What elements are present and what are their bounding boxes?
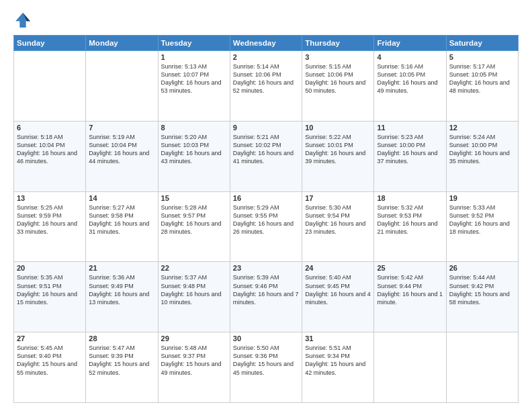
day-content: Sunrise: 5:19 AM Sunset: 10:04 PM Daylig… [89, 133, 154, 166]
day-content: Sunrise: 5:16 AM Sunset: 10:05 PM Daylig… [377, 62, 443, 95]
day-number: 9 [233, 124, 299, 132]
calendar-cell: 4Sunrise: 5:16 AM Sunset: 10:05 PM Dayli… [374, 51, 446, 122]
day-number: 14 [89, 194, 154, 202]
day-content: Sunrise: 5:44 AM Sunset: 9:42 PM Dayligh… [449, 273, 515, 306]
calendar-cell [446, 332, 518, 403]
calendar-cell [86, 51, 158, 122]
calendar-week-row: 13Sunrise: 5:25 AM Sunset: 9:59 PM Dayli… [14, 191, 519, 262]
calendar-header-row: SundayMondayTuesdayWednesdayThursdayFrid… [14, 36, 519, 51]
calendar-cell: 10Sunrise: 5:22 AM Sunset: 10:01 PM Dayl… [302, 121, 374, 191]
day-number: 30 [233, 334, 299, 342]
calendar-cell: 26Sunrise: 5:44 AM Sunset: 9:42 PM Dayli… [446, 262, 518, 332]
day-number: 7 [89, 124, 154, 132]
day-number: 16 [233, 194, 299, 202]
day-content: Sunrise: 5:22 AM Sunset: 10:01 PM Daylig… [305, 133, 371, 166]
day-number: 23 [233, 264, 299, 272]
day-content: Sunrise: 5:33 AM Sunset: 9:52 PM Dayligh… [449, 203, 515, 236]
day-number: 24 [305, 264, 371, 272]
calendar-cell: 20Sunrise: 5:35 AM Sunset: 9:51 PM Dayli… [14, 262, 86, 332]
day-number: 5 [449, 53, 515, 61]
day-number: 28 [89, 334, 154, 342]
day-content: Sunrise: 5:18 AM Sunset: 10:04 PM Daylig… [17, 133, 83, 166]
calendar-cell: 9Sunrise: 5:21 AM Sunset: 10:02 PM Dayli… [230, 121, 302, 191]
calendar-cell: 23Sunrise: 5:39 AM Sunset: 9:46 PM Dayli… [230, 262, 302, 332]
calendar-cell: 19Sunrise: 5:33 AM Sunset: 9:52 PM Dayli… [446, 191, 518, 262]
day-content: Sunrise: 5:47 AM Sunset: 9:39 PM Dayligh… [89, 344, 154, 377]
day-number: 13 [17, 194, 83, 202]
day-number: 11 [377, 124, 443, 132]
calendar-cell: 11Sunrise: 5:23 AM Sunset: 10:00 PM Dayl… [374, 121, 446, 191]
day-content: Sunrise: 5:21 AM Sunset: 10:02 PM Daylig… [233, 133, 299, 166]
day-content: Sunrise: 5:30 AM Sunset: 9:54 PM Dayligh… [305, 203, 371, 236]
header [13, 11, 519, 30]
day-content: Sunrise: 5:17 AM Sunset: 10:05 PM Daylig… [449, 62, 515, 95]
day-content: Sunrise: 5:48 AM Sunset: 9:37 PM Dayligh… [161, 344, 227, 377]
day-content: Sunrise: 5:40 AM Sunset: 9:45 PM Dayligh… [305, 273, 371, 306]
calendar-cell: 8Sunrise: 5:20 AM Sunset: 10:03 PM Dayli… [158, 121, 230, 191]
calendar-cell: 25Sunrise: 5:42 AM Sunset: 9:44 PM Dayli… [374, 262, 446, 332]
day-number: 21 [89, 264, 154, 272]
day-content: Sunrise: 5:42 AM Sunset: 9:44 PM Dayligh… [377, 273, 443, 306]
day-content: Sunrise: 5:24 AM Sunset: 10:00 PM Daylig… [449, 133, 515, 166]
day-number: 3 [305, 53, 371, 61]
calendar-cell: 22Sunrise: 5:37 AM Sunset: 9:48 PM Dayli… [158, 262, 230, 332]
day-header-monday: Monday [86, 36, 158, 51]
day-content: Sunrise: 5:32 AM Sunset: 9:53 PM Dayligh… [377, 203, 443, 236]
day-content: Sunrise: 5:20 AM Sunset: 10:03 PM Daylig… [161, 133, 227, 166]
day-content: Sunrise: 5:45 AM Sunset: 9:40 PM Dayligh… [17, 344, 83, 377]
day-content: Sunrise: 5:23 AM Sunset: 10:00 PM Daylig… [377, 133, 443, 166]
day-content: Sunrise: 5:28 AM Sunset: 9:57 PM Dayligh… [161, 203, 227, 236]
day-header-thursday: Thursday [302, 36, 374, 51]
calendar-week-row: 27Sunrise: 5:45 AM Sunset: 9:40 PM Dayli… [14, 332, 519, 403]
calendar-body: 1Sunrise: 5:13 AM Sunset: 10:07 PM Dayli… [14, 51, 519, 403]
day-header-saturday: Saturday [446, 36, 518, 51]
calendar-cell: 18Sunrise: 5:32 AM Sunset: 9:53 PM Dayli… [374, 191, 446, 262]
day-header-wednesday: Wednesday [230, 36, 302, 51]
day-number: 29 [161, 334, 227, 342]
day-number: 25 [377, 264, 443, 272]
calendar-cell: 27Sunrise: 5:45 AM Sunset: 9:40 PM Dayli… [14, 332, 86, 403]
calendar-cell [374, 332, 446, 403]
day-number: 12 [449, 124, 515, 132]
calendar-cell: 15Sunrise: 5:28 AM Sunset: 9:57 PM Dayli… [158, 191, 230, 262]
calendar-cell: 2Sunrise: 5:14 AM Sunset: 10:06 PM Dayli… [230, 51, 302, 122]
day-number: 22 [161, 264, 227, 272]
calendar-week-row: 6Sunrise: 5:18 AM Sunset: 10:04 PM Dayli… [14, 121, 519, 191]
day-number: 19 [449, 194, 515, 202]
logo [13, 11, 35, 30]
calendar-cell: 28Sunrise: 5:47 AM Sunset: 9:39 PM Dayli… [86, 332, 158, 403]
day-number: 26 [449, 264, 515, 272]
calendar-cell [14, 51, 86, 122]
day-content: Sunrise: 5:35 AM Sunset: 9:51 PM Dayligh… [17, 273, 83, 306]
day-number: 1 [161, 53, 227, 61]
calendar-cell: 5Sunrise: 5:17 AM Sunset: 10:05 PM Dayli… [446, 51, 518, 122]
calendar-cell: 1Sunrise: 5:13 AM Sunset: 10:07 PM Dayli… [158, 51, 230, 122]
calendar-cell: 30Sunrise: 5:50 AM Sunset: 9:36 PM Dayli… [230, 332, 302, 403]
calendar-cell: 21Sunrise: 5:36 AM Sunset: 9:49 PM Dayli… [86, 262, 158, 332]
calendar-cell: 6Sunrise: 5:18 AM Sunset: 10:04 PM Dayli… [14, 121, 86, 191]
calendar-cell: 16Sunrise: 5:29 AM Sunset: 9:55 PM Dayli… [230, 191, 302, 262]
day-header-sunday: Sunday [14, 36, 86, 51]
day-content: Sunrise: 5:25 AM Sunset: 9:59 PM Dayligh… [17, 203, 83, 236]
day-content: Sunrise: 5:39 AM Sunset: 9:46 PM Dayligh… [233, 273, 299, 306]
day-number: 6 [17, 124, 83, 132]
day-content: Sunrise: 5:37 AM Sunset: 9:48 PM Dayligh… [161, 273, 227, 306]
day-header-friday: Friday [374, 36, 446, 51]
day-number: 18 [377, 194, 443, 202]
calendar-cell: 7Sunrise: 5:19 AM Sunset: 10:04 PM Dayli… [86, 121, 158, 191]
calendar-cell: 24Sunrise: 5:40 AM Sunset: 9:45 PM Dayli… [302, 262, 374, 332]
day-number: 20 [17, 264, 83, 272]
logo-icon [13, 11, 32, 30]
day-content: Sunrise: 5:15 AM Sunset: 10:06 PM Daylig… [305, 62, 371, 95]
calendar-table: SundayMondayTuesdayWednesdayThursdayFrid… [13, 35, 519, 403]
calendar-cell: 31Sunrise: 5:51 AM Sunset: 9:34 PM Dayli… [302, 332, 374, 403]
day-header-tuesday: Tuesday [158, 36, 230, 51]
calendar-week-row: 1Sunrise: 5:13 AM Sunset: 10:07 PM Dayli… [14, 51, 519, 122]
day-number: 17 [305, 194, 371, 202]
calendar-cell: 29Sunrise: 5:48 AM Sunset: 9:37 PM Dayli… [158, 332, 230, 403]
day-content: Sunrise: 5:29 AM Sunset: 9:55 PM Dayligh… [233, 203, 299, 236]
day-content: Sunrise: 5:14 AM Sunset: 10:06 PM Daylig… [233, 62, 299, 95]
day-content: Sunrise: 5:13 AM Sunset: 10:07 PM Daylig… [161, 62, 227, 95]
day-number: 10 [305, 124, 371, 132]
day-number: 4 [377, 53, 443, 61]
